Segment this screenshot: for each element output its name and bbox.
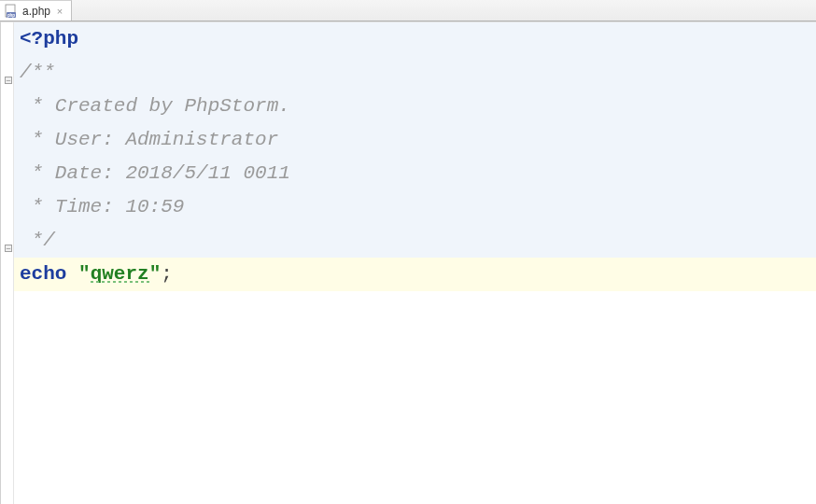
editor-gutter: [1, 22, 14, 504]
string-literal: qwerz: [91, 263, 149, 285]
tab-label: a.php: [22, 5, 50, 18]
doc-comment: * Date: 2018/5/11 0011: [20, 162, 290, 184]
code-line[interactable]: * Created by PhpStorm.: [14, 90, 816, 123]
keyword-echo: echo: [20, 263, 66, 285]
code-line[interactable]: * Time: 10:59: [14, 190, 816, 224]
php-file-icon: php: [4, 4, 19, 19]
close-icon[interactable]: ×: [54, 6, 65, 17]
code-line-current[interactable]: echo "qwerz";: [14, 258, 816, 291]
code-content[interactable]: <?php /** * Created by PhpStorm. * User:…: [14, 22, 816, 291]
doc-comment: */: [20, 230, 55, 251]
code-line[interactable]: <?php: [14, 22, 816, 56]
doc-comment: * Time: 10:59: [20, 196, 184, 217]
doc-comment: * User: Administrator: [20, 129, 278, 150]
editor-tab-a-php[interactable]: php a.php ×: [0, 0, 72, 21]
tab-bar: php a.php ×: [0, 0, 816, 21]
doc-comment: /**: [20, 62, 55, 83]
string-quote: ": [149, 263, 162, 285]
semicolon: ;: [161, 263, 173, 285]
code-line[interactable]: * User: Administrator: [14, 123, 816, 157]
fold-handle-icon[interactable]: [5, 77, 12, 84]
code-line[interactable]: /**: [14, 56, 816, 90]
doc-comment: * Created by PhpStorm.: [20, 95, 290, 117]
code-line[interactable]: * Date: 2018/5/11 0011: [14, 157, 816, 190]
code-line[interactable]: */: [14, 224, 816, 258]
code-editor[interactable]: <?php /** * Created by PhpStorm. * User:…: [0, 21, 816, 504]
php-open-tag: <?php: [20, 28, 78, 49]
fold-handle-icon[interactable]: [5, 245, 12, 252]
string-quote: ": [66, 263, 90, 285]
svg-text:php: php: [7, 12, 15, 17]
